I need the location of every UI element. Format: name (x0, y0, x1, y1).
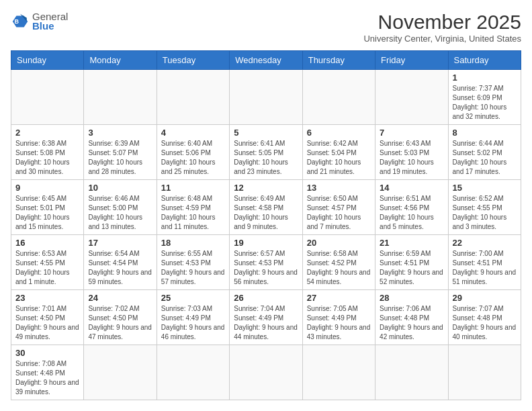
calendar-week-1: 1Sunrise: 7:37 AM Sunset: 6:09 PM Daylig… (11, 70, 521, 125)
day-number: 15 (453, 183, 517, 193)
day-info: Sunrise: 6:59 AM Sunset: 4:51 PM Dayligh… (380, 249, 443, 287)
calendar-header-thursday: Thursday (302, 51, 375, 70)
day-number: 3 (88, 128, 152, 138)
calendar-table: SundayMondayTuesdayWednesdayThursdayFrid… (11, 50, 521, 400)
calendar-cell (84, 345, 157, 400)
day-number: 22 (453, 238, 517, 248)
day-info: Sunrise: 6:41 AM Sunset: 5:05 PM Dayligh… (234, 139, 298, 177)
day-number: 29 (453, 293, 517, 303)
day-info: Sunrise: 6:55 AM Sunset: 4:53 PM Dayligh… (161, 249, 225, 287)
day-number: 7 (380, 128, 443, 138)
day-info: Sunrise: 7:00 AM Sunset: 4:51 PM Dayligh… (453, 249, 517, 287)
day-info: Sunrise: 7:04 AM Sunset: 4:49 PM Dayligh… (234, 304, 298, 342)
calendar-week-2: 2Sunrise: 6:38 AM Sunset: 5:08 PM Daylig… (11, 125, 521, 180)
day-number: 10 (88, 183, 152, 193)
calendar-cell: 14Sunrise: 6:51 AM Sunset: 4:56 PM Dayli… (375, 180, 448, 235)
calendar-cell: 1Sunrise: 7:37 AM Sunset: 6:09 PM Daylig… (448, 70, 521, 125)
calendar-header-friday: Friday (375, 51, 448, 70)
calendar-cell: 23Sunrise: 7:01 AM Sunset: 4:50 PM Dayli… (11, 290, 84, 345)
day-number: 11 (161, 183, 225, 193)
calendar-cell: 19Sunrise: 6:57 AM Sunset: 4:53 PM Dayli… (230, 235, 302, 290)
day-info: Sunrise: 7:05 AM Sunset: 4:49 PM Dayligh… (307, 304, 371, 342)
calendar-cell (230, 70, 302, 125)
day-number: 1 (453, 73, 517, 83)
day-info: Sunrise: 6:44 AM Sunset: 5:02 PM Dayligh… (453, 139, 517, 177)
day-info: Sunrise: 7:07 AM Sunset: 4:48 PM Dayligh… (453, 304, 517, 342)
calendar-cell (375, 70, 448, 125)
day-number: 6 (307, 128, 371, 138)
day-info: Sunrise: 6:52 AM Sunset: 4:55 PM Dayligh… (453, 194, 517, 232)
day-number: 27 (307, 293, 371, 303)
calendar-title: November 2025 (363, 11, 521, 34)
calendar-cell: 27Sunrise: 7:05 AM Sunset: 4:49 PM Dayli… (302, 290, 375, 345)
calendar-cell: 5Sunrise: 6:41 AM Sunset: 5:05 PM Daylig… (230, 125, 302, 180)
calendar-header-row: SundayMondayTuesdayWednesdayThursdayFrid… (11, 51, 521, 70)
calendar-subtitle: University Center, Virginia, United Stat… (363, 34, 521, 44)
calendar-cell (448, 345, 521, 400)
day-number: 13 (307, 183, 371, 193)
logo-text: General Blue (32, 11, 68, 32)
day-info: Sunrise: 6:50 AM Sunset: 4:57 PM Dayligh… (307, 194, 371, 232)
calendar-cell (302, 345, 375, 400)
calendar-cell (375, 345, 448, 400)
day-info: Sunrise: 6:53 AM Sunset: 4:55 PM Dayligh… (15, 249, 79, 287)
calendar-cell: 4Sunrise: 6:40 AM Sunset: 5:06 PM Daylig… (157, 125, 229, 180)
calendar-cell: 2Sunrise: 6:38 AM Sunset: 5:08 PM Daylig… (11, 125, 84, 180)
calendar-week-6: 30Sunrise: 7:08 AM Sunset: 4:48 PM Dayli… (11, 345, 521, 400)
calendar-cell: 25Sunrise: 7:03 AM Sunset: 4:49 PM Dayli… (157, 290, 229, 345)
day-number: 30 (15, 348, 79, 358)
day-info: Sunrise: 7:08 AM Sunset: 4:48 PM Dayligh… (15, 359, 79, 397)
svg-text:B: B (15, 17, 19, 24)
calendar-cell: 16Sunrise: 6:53 AM Sunset: 4:55 PM Dayli… (11, 235, 84, 290)
calendar-cell (230, 345, 302, 400)
calendar-cell: 10Sunrise: 6:46 AM Sunset: 5:00 PM Dayli… (84, 180, 157, 235)
day-number: 20 (307, 238, 371, 248)
day-number: 18 (161, 238, 225, 248)
logo-icon: B (11, 12, 30, 31)
day-info: Sunrise: 6:39 AM Sunset: 5:07 PM Dayligh… (88, 139, 152, 177)
day-number: 23 (15, 293, 79, 303)
day-info: Sunrise: 6:58 AM Sunset: 4:52 PM Dayligh… (307, 249, 371, 287)
calendar-header-sunday: Sunday (11, 51, 84, 70)
day-info: Sunrise: 7:02 AM Sunset: 4:50 PM Dayligh… (88, 304, 152, 342)
calendar-cell (157, 70, 229, 125)
day-number: 24 (88, 293, 152, 303)
day-info: Sunrise: 7:06 AM Sunset: 4:48 PM Dayligh… (380, 304, 443, 342)
day-number: 16 (15, 238, 79, 248)
day-number: 28 (380, 293, 443, 303)
day-info: Sunrise: 6:51 AM Sunset: 4:56 PM Dayligh… (380, 194, 443, 232)
calendar-cell: 30Sunrise: 7:08 AM Sunset: 4:48 PM Dayli… (11, 345, 84, 400)
calendar-header-saturday: Saturday (448, 51, 521, 70)
calendar-cell (302, 70, 375, 125)
day-info: Sunrise: 7:37 AM Sunset: 6:09 PM Dayligh… (453, 84, 517, 122)
calendar-cell: 3Sunrise: 6:39 AM Sunset: 5:07 PM Daylig… (84, 125, 157, 180)
day-info: Sunrise: 6:38 AM Sunset: 5:08 PM Dayligh… (15, 139, 79, 177)
calendar-cell: 8Sunrise: 6:44 AM Sunset: 5:02 PM Daylig… (448, 125, 521, 180)
day-info: Sunrise: 6:48 AM Sunset: 4:59 PM Dayligh… (161, 194, 225, 232)
day-info: Sunrise: 6:57 AM Sunset: 4:53 PM Dayligh… (234, 249, 298, 287)
day-number: 8 (453, 128, 517, 138)
day-number: 4 (161, 128, 225, 138)
title-area: November 2025 University Center, Virgini… (363, 11, 521, 44)
day-number: 5 (234, 128, 298, 138)
calendar-cell: 15Sunrise: 6:52 AM Sunset: 4:55 PM Dayli… (448, 180, 521, 235)
header: B General Blue November 2025 University … (11, 11, 521, 44)
day-number: 19 (234, 238, 298, 248)
calendar-cell: 7Sunrise: 6:43 AM Sunset: 5:03 PM Daylig… (375, 125, 448, 180)
day-info: Sunrise: 6:42 AM Sunset: 5:04 PM Dayligh… (307, 139, 371, 177)
calendar-cell: 21Sunrise: 6:59 AM Sunset: 4:51 PM Dayli… (375, 235, 448, 290)
day-info: Sunrise: 7:01 AM Sunset: 4:50 PM Dayligh… (15, 304, 79, 342)
calendar-body: 1Sunrise: 7:37 AM Sunset: 6:09 PM Daylig… (11, 70, 521, 400)
calendar-week-5: 23Sunrise: 7:01 AM Sunset: 4:50 PM Dayli… (11, 290, 521, 345)
calendar-cell: 17Sunrise: 6:54 AM Sunset: 4:54 PM Dayli… (84, 235, 157, 290)
calendar-cell: 29Sunrise: 7:07 AM Sunset: 4:48 PM Dayli… (448, 290, 521, 345)
calendar-cell: 6Sunrise: 6:42 AM Sunset: 5:04 PM Daylig… (302, 125, 375, 180)
calendar-header-monday: Monday (84, 51, 157, 70)
day-info: Sunrise: 6:49 AM Sunset: 4:58 PM Dayligh… (234, 194, 298, 232)
calendar-cell: 13Sunrise: 6:50 AM Sunset: 4:57 PM Dayli… (302, 180, 375, 235)
calendar-cell (157, 345, 229, 400)
day-number: 14 (380, 183, 443, 193)
calendar-cell (11, 70, 84, 125)
calendar-header-wednesday: Wednesday (230, 51, 302, 70)
day-info: Sunrise: 6:45 AM Sunset: 5:01 PM Dayligh… (15, 194, 79, 232)
